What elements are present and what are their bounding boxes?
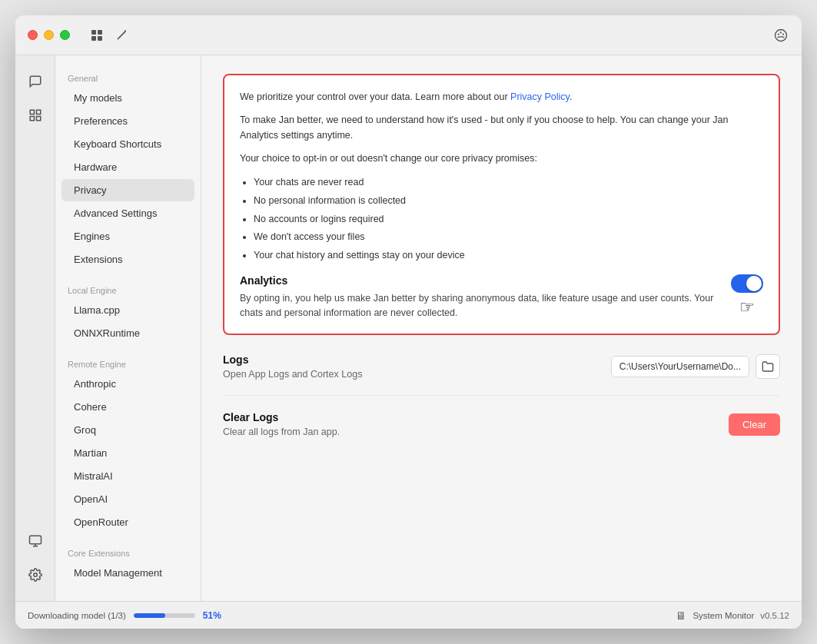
svg-rect-12: [29, 536, 41, 544]
nav-item-hardware[interactable]: Hardware: [61, 156, 194, 178]
sidebar-settings-icon[interactable]: [22, 561, 49, 589]
privacy-promise-3: No accounts or logins required: [254, 211, 763, 229]
svg-rect-8: [30, 110, 34, 114]
download-label: Downloading model (1/3): [28, 611, 126, 620]
icon-sidebar: [15, 55, 55, 601]
core-extensions-section-label: Core Extensions: [55, 543, 201, 561]
nav-sidebar: General My models Preferences Keyboard S…: [55, 55, 201, 601]
logs-info: Logs Open App Logs and Cortex Logs: [223, 354, 362, 380]
nav-item-model-management[interactable]: Model Management: [61, 562, 194, 584]
logs-title: Logs: [223, 354, 362, 366]
sidebar-grid-icon[interactable]: [22, 101, 49, 129]
folder-open-button[interactable]: [756, 354, 780, 379]
palette-icon[interactable]: [772, 27, 789, 44]
nav-item-preferences[interactable]: Preferences: [61, 110, 194, 132]
statusbar-right: 🖥 System Monitor v0.5.12: [676, 609, 789, 622]
privacy-banner: We prioritize your control over your dat…: [223, 74, 780, 335]
clear-logs-section: Clear Logs Clear all logs from Jan app. …: [223, 411, 780, 453]
privacy-promise-5: Your chat history and settings stay on y…: [254, 247, 763, 265]
privacy-promise-4: We don't access your files: [254, 228, 763, 247]
svg-point-6: [780, 32, 782, 33]
nav-item-openai[interactable]: OpenAI: [61, 488, 194, 510]
analytics-title: Analytics: [240, 274, 719, 287]
nav-item-groq[interactable]: Groq: [61, 419, 194, 441]
logs-desc: Open App Logs and Cortex Logs: [223, 369, 362, 380]
privacy-make-better-text: To make Jan better, we need to understan…: [240, 112, 763, 143]
privacy-intro-text: We prioritize your control over your dat…: [240, 89, 763, 105]
toggle-knob: [746, 276, 762, 291]
sidebar-chat-icon[interactable]: [22, 68, 49, 95]
version-label: v0.5.12: [760, 611, 789, 620]
clear-logs-title: Clear Logs: [223, 411, 340, 423]
nav-item-llama-cpp[interactable]: Llama.cpp: [61, 299, 194, 321]
monitor-icon: 🖥: [676, 609, 686, 622]
hand-cursor-icon: ☞: [739, 299, 755, 316]
download-info: Downloading model (1/3) 51%: [28, 610, 221, 621]
analytics-toggle-area: ☞: [731, 274, 763, 316]
main-content: General My models Preferences Keyboard S…: [15, 55, 802, 601]
privacy-promise-1: Your chats are never read: [254, 174, 763, 192]
privacy-policy-link[interactable]: Privacy Policy: [510, 91, 570, 102]
nav-item-engines[interactable]: Engines: [61, 225, 194, 247]
nav-item-onnxruntime[interactable]: ONNXRuntime: [61, 322, 194, 344]
logs-path: C:\Users\YourUsername\Do...: [611, 356, 749, 377]
remote-engine-section-label: Remote Engine: [55, 354, 201, 372]
nav-item-advanced-settings[interactable]: Advanced Settings: [61, 202, 194, 224]
titlebar: [15, 15, 802, 55]
privacy-promise-2: No personal information is collected: [254, 192, 763, 211]
general-section-label: General: [55, 68, 201, 86]
svg-point-7: [782, 33, 784, 35]
minimize-button[interactable]: [44, 30, 54, 40]
svg-rect-11: [36, 117, 40, 121]
sidebar-monitor-icon[interactable]: [22, 527, 49, 555]
svg-point-4: [775, 29, 787, 41]
local-engine-section-label: Local Engine: [55, 280, 201, 298]
nav-item-openrouter[interactable]: OpenRouter: [61, 511, 194, 533]
analytics-info: Analytics By opting in, you help us make…: [240, 274, 719, 320]
traffic-lights: [28, 30, 70, 40]
nav-item-mistralai[interactable]: MistralAI: [61, 465, 194, 487]
close-button[interactable]: [28, 30, 38, 40]
analytics-toggle[interactable]: [731, 274, 763, 293]
nav-item-cohere[interactable]: Cohere: [61, 396, 194, 418]
clear-logs-info: Clear Logs Clear all logs from Jan app.: [223, 411, 340, 437]
svg-point-5: [778, 33, 779, 35]
svg-rect-10: [30, 117, 34, 121]
svg-point-15: [33, 573, 37, 577]
progress-bar-fill: [134, 613, 165, 618]
privacy-promises-list: Your chats are never read No personal in…: [254, 174, 763, 265]
logs-section: Logs Open App Logs and Cortex Logs C:\Us…: [223, 354, 780, 396]
clear-logs-action: Clear: [729, 413, 780, 436]
nav-item-extensions[interactable]: Extensions: [61, 248, 194, 271]
privacy-opt-intro: Your choice to opt-in or out doesn't cha…: [240, 151, 763, 166]
svg-rect-3: [98, 36, 102, 41]
progress-bar: [134, 613, 195, 618]
maximize-button[interactable]: [60, 30, 70, 40]
progress-percentage: 51%: [203, 610, 221, 621]
edit-icon[interactable]: [113, 27, 130, 44]
svg-rect-2: [91, 36, 96, 41]
analytics-row: Analytics By opting in, you help us make…: [240, 274, 763, 320]
titlebar-icons: [88, 27, 130, 44]
nav-item-anthropic[interactable]: Anthropic: [61, 373, 194, 395]
nav-item-my-models[interactable]: My models: [61, 87, 194, 109]
svg-rect-9: [36, 110, 40, 114]
content-area: We prioritize your control over your dat…: [201, 55, 802, 601]
logs-action: C:\Users\YourUsername\Do...: [611, 354, 780, 379]
clear-logs-desc: Clear all logs from Jan app.: [223, 427, 340, 437]
clear-logs-button[interactable]: Clear: [729, 413, 780, 436]
nav-item-martian[interactable]: Martian: [61, 442, 194, 464]
svg-rect-0: [91, 30, 96, 35]
svg-rect-1: [98, 30, 102, 35]
app-window: General My models Preferences Keyboard S…: [15, 15, 802, 629]
nav-item-privacy[interactable]: Privacy: [61, 179, 194, 201]
grid-icon[interactable]: [88, 27, 105, 44]
statusbar: Downloading model (1/3) 51% 🖥 System Mon…: [15, 601, 802, 629]
nav-item-keyboard-shortcuts[interactable]: Keyboard Shortcuts: [61, 133, 194, 155]
analytics-desc: By opting in, you help us make Jan bette…: [240, 291, 719, 320]
titlebar-right: [772, 27, 789, 44]
system-monitor-label[interactable]: System Monitor: [692, 611, 754, 620]
